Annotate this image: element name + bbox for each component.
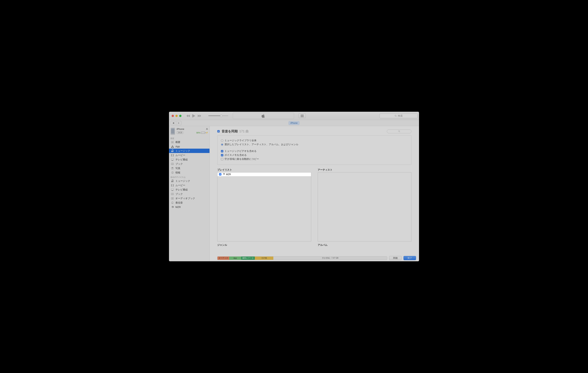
playlist-row[interactable]: MZR — [218, 173, 311, 176]
sidebar-item-apps[interactable]: App — [169, 144, 210, 149]
minimize-window-button[interactable] — [175, 115, 178, 117]
book-icon — [171, 162, 174, 166]
svg-rect-22 — [173, 184, 173, 186]
search-field[interactable]: 検索 — [380, 114, 418, 118]
svg-rect-12 — [171, 158, 174, 160]
svg-rect-1 — [301, 116, 304, 116]
battery-status: 98% ⚡ — [196, 132, 208, 134]
svg-line-4 — [396, 116, 397, 117]
sidebar-item-photos[interactable]: 写真 — [169, 166, 210, 170]
eject-icon[interactable] — [206, 128, 208, 130]
music-icon — [171, 149, 174, 152]
svg-rect-11 — [173, 154, 173, 156]
play-icon[interactable] — [192, 114, 196, 118]
svg-line-26 — [399, 132, 400, 132]
charging-icon: ⚡ — [206, 132, 208, 134]
albums-heading: アルバム — [318, 243, 412, 247]
sidebar-item-od-audiobooks[interactable]: オーディオブック — [169, 196, 210, 200]
tv-icon — [171, 188, 174, 191]
check-include-music-video[interactable]: ミュージックビデオを含める — [221, 150, 408, 153]
svg-rect-16 — [172, 167, 173, 168]
camera-icon — [171, 167, 174, 170]
location-bar: iPhone — [169, 120, 419, 126]
nav-back-button[interactable] — [171, 121, 176, 125]
content-pane: 音楽を同期171 曲 ミュージックライブラリ全体 選択したプレイリスト、アーティ… — [210, 126, 419, 261]
previous-track-icon[interactable] — [186, 114, 190, 117]
sidebar-item-movies[interactable]: ムービー — [169, 153, 210, 157]
sidebar-item-od-books[interactable]: ブック — [169, 192, 210, 196]
sync-music-checkbox[interactable] — [217, 130, 220, 133]
svg-point-3 — [395, 115, 396, 116]
sidebar-item-books[interactable]: ブック — [169, 162, 210, 166]
radio-selected-items[interactable]: 選択したプレイリスト、アーティスト、アルバム、およびジャンル — [221, 143, 408, 146]
device-thumbnail-icon — [170, 128, 175, 135]
done-button[interactable]: 完了 — [403, 256, 416, 260]
capacity-bar: オーディオ App 書類とデータ その他 空き領域：7.47 GB — [217, 256, 387, 260]
storage-badge: 16GB — [177, 131, 183, 134]
smart-playlist-icon — [171, 206, 174, 209]
device-tab[interactable]: iPhone — [289, 121, 299, 125]
svg-point-19 — [172, 172, 173, 172]
device-summary: iPhone 16GB 98% ⚡ — [169, 127, 210, 136]
capacity-seg-free: 空き領域：7.47 GB — [273, 257, 387, 260]
view-mode-button[interactable] — [299, 114, 306, 118]
svg-rect-2 — [301, 117, 304, 117]
playlist-checkbox[interactable] — [219, 173, 221, 176]
tv-icon — [171, 158, 174, 161]
radio-entire-library[interactable]: ミュージックライブラリ全体 — [221, 139, 408, 142]
content-search[interactable] — [387, 130, 411, 133]
apps-icon — [171, 145, 174, 148]
smart-playlist-icon — [223, 173, 225, 176]
sync-options: ミュージックライブラリ全体 選択したプレイリスト、アーティスト、アルバム、および… — [217, 135, 411, 165]
search-icon — [398, 130, 400, 132]
capacity-seg-other: その他 — [255, 257, 273, 260]
lcd-display — [233, 113, 294, 119]
sidebar-item-music[interactable]: ミュージック — [169, 149, 210, 153]
audiobook-icon — [171, 197, 174, 200]
sidebar-header-ondevice: 自分のデバイス上 — [170, 176, 210, 178]
close-window-button[interactable] — [172, 115, 174, 117]
summary-icon — [171, 141, 174, 144]
svg-rect-10 — [171, 154, 172, 156]
nav-arrows — [170, 121, 181, 125]
maximize-window-button[interactable] — [179, 115, 181, 117]
next-track-icon[interactable] — [198, 114, 201, 117]
movie-icon — [171, 154, 174, 157]
capacity-seg-docs: 書類とデータ — [241, 257, 255, 260]
traffic-lights — [172, 115, 181, 117]
page-title: 音楽を同期171 曲 — [222, 129, 249, 134]
capacity-seg-audio: オーディオ — [218, 257, 229, 260]
music-icon — [171, 179, 174, 183]
artists-list[interactable] — [318, 172, 412, 241]
sidebar-item-od-tv[interactable]: テレビ番組 — [169, 187, 210, 192]
app-window: 検索 iPhone iPhone — [169, 112, 419, 261]
sidebar-item-summary[interactable]: 概要 — [169, 140, 210, 144]
sidebar-item-od-mzr[interactable]: MZR — [169, 205, 210, 209]
sidebar-item-od-ringtones[interactable]: 着信音 — [169, 200, 210, 205]
footer-bar: オーディオ App 書類とデータ その他 空き領域：7.47 GB 同期 完了 — [210, 256, 419, 260]
list-view-icon — [301, 115, 304, 117]
volume-slider[interactable] — [208, 115, 228, 116]
playlist-name: MZR — [226, 173, 231, 176]
playback-controls — [186, 114, 201, 118]
info-icon — [171, 171, 174, 174]
svg-rect-0 — [301, 115, 304, 115]
svg-point-25 — [398, 130, 399, 132]
check-autofill-free-space[interactable]: 空き領域に曲を自動的にコピー — [221, 157, 408, 161]
sync-button[interactable]: 同期 — [389, 256, 402, 260]
check-include-voice-memos[interactable]: ボイスメモを含める — [221, 154, 408, 157]
playlists-list[interactable]: MZR — [217, 172, 311, 241]
sidebar-header-settings: 設定 — [170, 137, 210, 140]
svg-rect-21 — [171, 184, 172, 186]
svg-rect-23 — [171, 189, 174, 190]
bell-icon — [171, 201, 174, 204]
sidebar-item-od-movies[interactable]: ムービー — [169, 183, 210, 187]
sidebar-item-od-music[interactable]: ミュージック — [169, 179, 210, 183]
sidebar-item-tv[interactable]: テレビ番組 — [169, 157, 210, 162]
capacity-seg-apps: App — [229, 257, 241, 260]
playlists-panel: プレイリスト MZR — [217, 167, 311, 241]
artists-panel: アーティスト — [318, 167, 412, 241]
svg-rect-18 — [172, 173, 173, 173]
sidebar-item-info[interactable]: 情報 — [169, 170, 210, 175]
nav-forward-button[interactable] — [176, 121, 181, 125]
